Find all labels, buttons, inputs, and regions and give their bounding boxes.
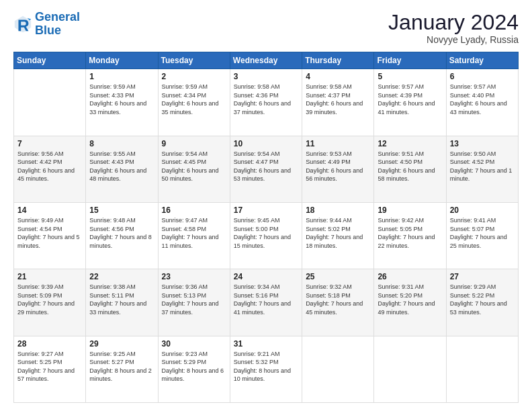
day-info: Sunrise: 9:51 AMSunset: 4:50 PMDaylight:… xyxy=(378,150,442,183)
day-info: Sunrise: 9:23 AMSunset: 5:29 PMDaylight:… xyxy=(162,350,226,383)
day-number: 13 xyxy=(450,139,515,148)
logo: General Blue xyxy=(13,11,80,38)
day-info: Sunrise: 9:25 AMSunset: 5:27 PMDaylight:… xyxy=(89,350,154,383)
day-info: Sunrise: 9:58 AMSunset: 4:36 PMDaylight:… xyxy=(234,83,298,116)
calendar-week-row: 1Sunrise: 9:59 AMSunset: 4:33 PMDaylight… xyxy=(14,69,519,136)
day-number: 22 xyxy=(89,272,154,281)
day-info: Sunrise: 9:34 AMSunset: 5:16 PMDaylight:… xyxy=(234,283,298,316)
day-number: 2 xyxy=(162,72,226,81)
day-info: Sunrise: 9:55 AMSunset: 4:43 PMDaylight:… xyxy=(89,150,154,183)
calendar-cell: 16Sunrise: 9:47 AMSunset: 4:58 PMDayligh… xyxy=(158,202,230,269)
weekday-header: Friday xyxy=(374,52,446,69)
calendar-cell: 2Sunrise: 9:59 AMSunset: 4:34 PMDaylight… xyxy=(158,69,230,136)
day-info: Sunrise: 9:31 AMSunset: 5:20 PMDaylight:… xyxy=(378,283,442,316)
calendar-body: 1Sunrise: 9:59 AMSunset: 4:33 PMDaylight… xyxy=(14,69,519,403)
weekday-header: Tuesday xyxy=(158,52,230,69)
day-number: 3 xyxy=(234,72,298,81)
day-info: Sunrise: 9:59 AMSunset: 4:33 PMDaylight:… xyxy=(89,83,154,116)
header: General Blue January 2024 Novyye Lyady, … xyxy=(13,11,519,45)
calendar-cell: 27Sunrise: 9:29 AMSunset: 5:22 PMDayligh… xyxy=(446,269,518,336)
day-number: 10 xyxy=(234,139,298,148)
calendar-week-row: 14Sunrise: 9:49 AMSunset: 4:54 PMDayligh… xyxy=(14,202,519,269)
calendar-cell: 24Sunrise: 9:34 AMSunset: 5:16 PMDayligh… xyxy=(230,269,302,336)
day-info: Sunrise: 9:45 AMSunset: 5:00 PMDaylight:… xyxy=(234,216,298,250)
weekday-header: Thursday xyxy=(302,52,374,69)
calendar-cell: 7Sunrise: 9:56 AMSunset: 4:42 PMDaylight… xyxy=(14,136,86,202)
calendar-week-row: 7Sunrise: 9:56 AMSunset: 4:42 PMDaylight… xyxy=(14,136,519,202)
calendar-cell: 25Sunrise: 9:32 AMSunset: 5:18 PMDayligh… xyxy=(302,269,374,336)
day-info: Sunrise: 9:53 AMSunset: 4:49 PMDaylight:… xyxy=(306,150,370,183)
day-number: 18 xyxy=(306,205,370,215)
day-info: Sunrise: 9:21 AMSunset: 5:32 PMDaylight:… xyxy=(234,350,298,383)
calendar-cell: 31Sunrise: 9:21 AMSunset: 5:32 PMDayligh… xyxy=(230,336,302,402)
logo-line1: General xyxy=(35,10,80,24)
day-number: 1 xyxy=(89,72,154,81)
calendar-cell: 12Sunrise: 9:51 AMSunset: 4:50 PMDayligh… xyxy=(374,136,446,202)
day-number: 4 xyxy=(306,72,370,81)
day-number: 17 xyxy=(234,205,298,215)
day-info: Sunrise: 9:41 AMSunset: 5:07 PMDaylight:… xyxy=(450,216,515,250)
calendar-cell: 21Sunrise: 9:39 AMSunset: 5:09 PMDayligh… xyxy=(14,269,86,336)
day-info: Sunrise: 9:57 AMSunset: 4:39 PMDaylight:… xyxy=(378,83,442,116)
calendar-cell: 9Sunrise: 9:54 AMSunset: 4:45 PMDaylight… xyxy=(158,136,230,202)
calendar-week-row: 21Sunrise: 9:39 AMSunset: 5:09 PMDayligh… xyxy=(14,269,519,336)
day-number: 26 xyxy=(378,272,442,281)
day-number: 28 xyxy=(17,339,82,349)
day-info: Sunrise: 9:44 AMSunset: 5:02 PMDaylight:… xyxy=(306,216,370,250)
calendar-cell xyxy=(446,336,518,402)
day-info: Sunrise: 9:54 AMSunset: 4:47 PMDaylight:… xyxy=(234,150,298,183)
weekday-header: Monday xyxy=(86,52,158,69)
day-number: 7 xyxy=(17,139,82,148)
calendar-cell: 14Sunrise: 9:49 AMSunset: 4:54 PMDayligh… xyxy=(14,202,86,269)
main-title: January 2024 xyxy=(388,11,519,34)
calendar-cell: 5Sunrise: 9:57 AMSunset: 4:39 PMDaylight… xyxy=(374,69,446,136)
calendar-cell: 8Sunrise: 9:55 AMSunset: 4:43 PMDaylight… xyxy=(86,136,158,202)
day-number: 25 xyxy=(306,272,370,281)
calendar-cell: 29Sunrise: 9:25 AMSunset: 5:27 PMDayligh… xyxy=(86,336,158,402)
day-number: 31 xyxy=(234,339,298,349)
calendar-cell: 11Sunrise: 9:53 AMSunset: 4:49 PMDayligh… xyxy=(302,136,374,202)
calendar-cell: 13Sunrise: 9:50 AMSunset: 4:52 PMDayligh… xyxy=(446,136,518,202)
calendar-table: SundayMondayTuesdayWednesdayThursdayFrid… xyxy=(13,52,519,403)
day-number: 5 xyxy=(378,72,442,81)
day-number: 27 xyxy=(450,272,515,281)
calendar-header: SundayMondayTuesdayWednesdayThursdayFrid… xyxy=(14,52,519,69)
day-number: 21 xyxy=(17,272,82,281)
day-info: Sunrise: 9:27 AMSunset: 5:25 PMDaylight:… xyxy=(17,350,82,383)
day-number: 12 xyxy=(378,139,442,148)
calendar-cell: 26Sunrise: 9:31 AMSunset: 5:20 PMDayligh… xyxy=(374,269,446,336)
weekday-header: Wednesday xyxy=(230,52,302,69)
weekday-header: Sunday xyxy=(14,52,86,69)
day-info: Sunrise: 9:42 AMSunset: 5:05 PMDaylight:… xyxy=(378,216,442,250)
calendar-cell xyxy=(374,336,446,402)
weekday-row: SundayMondayTuesdayWednesdayThursdayFrid… xyxy=(14,52,519,69)
calendar-cell: 23Sunrise: 9:36 AMSunset: 5:13 PMDayligh… xyxy=(158,269,230,336)
calendar-cell xyxy=(14,69,86,136)
calendar-cell: 10Sunrise: 9:54 AMSunset: 4:47 PMDayligh… xyxy=(230,136,302,202)
calendar-cell xyxy=(302,336,374,402)
day-number: 23 xyxy=(162,272,226,281)
calendar-cell: 6Sunrise: 9:57 AMSunset: 4:40 PMDaylight… xyxy=(446,69,518,136)
day-info: Sunrise: 9:56 AMSunset: 4:42 PMDaylight:… xyxy=(17,150,82,183)
day-number: 24 xyxy=(234,272,298,281)
weekday-header: Saturday xyxy=(446,52,518,69)
calendar-cell: 22Sunrise: 9:38 AMSunset: 5:11 PMDayligh… xyxy=(86,269,158,336)
day-number: 9 xyxy=(162,139,226,148)
title-block: January 2024 Novyye Lyady, Russia xyxy=(388,11,519,45)
subtitle: Novyye Lyady, Russia xyxy=(388,34,519,45)
calendar-cell: 28Sunrise: 9:27 AMSunset: 5:25 PMDayligh… xyxy=(14,336,86,402)
calendar-week-row: 28Sunrise: 9:27 AMSunset: 5:25 PMDayligh… xyxy=(14,336,519,402)
calendar-cell: 15Sunrise: 9:48 AMSunset: 4:56 PMDayligh… xyxy=(86,202,158,269)
calendar-cell: 4Sunrise: 9:58 AMSunset: 4:37 PMDaylight… xyxy=(302,69,374,136)
calendar-cell: 30Sunrise: 9:23 AMSunset: 5:29 PMDayligh… xyxy=(158,336,230,402)
calendar-cell: 1Sunrise: 9:59 AMSunset: 4:33 PMDaylight… xyxy=(86,69,158,136)
day-number: 16 xyxy=(162,205,226,215)
day-info: Sunrise: 9:32 AMSunset: 5:18 PMDaylight:… xyxy=(306,283,370,316)
day-number: 6 xyxy=(450,72,515,81)
day-number: 29 xyxy=(89,339,154,349)
logo-icon xyxy=(13,15,32,34)
day-number: 20 xyxy=(450,205,515,215)
day-info: Sunrise: 9:48 AMSunset: 4:56 PMDaylight:… xyxy=(89,216,154,250)
logo-text: General Blue xyxy=(35,11,80,38)
calendar-cell: 19Sunrise: 9:42 AMSunset: 5:05 PMDayligh… xyxy=(374,202,446,269)
